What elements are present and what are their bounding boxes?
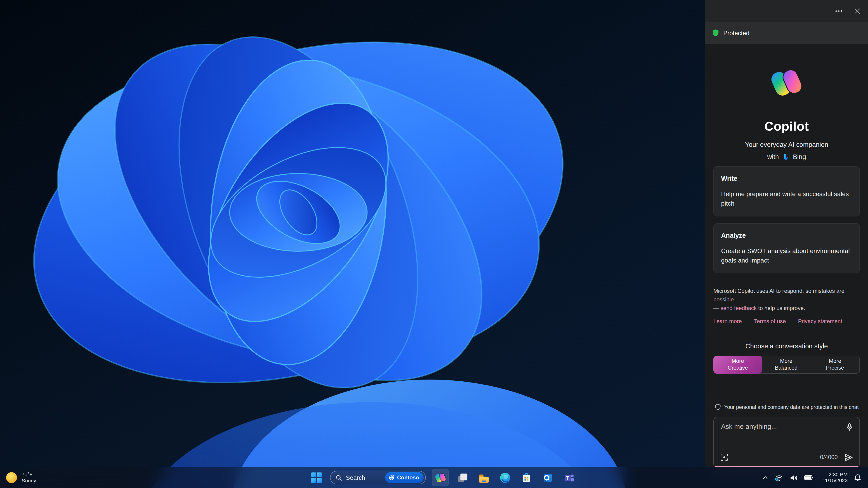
style-more-balanced-button[interactable]: More Balanced	[762, 356, 811, 373]
learn-more-link[interactable]: Learn more	[713, 318, 742, 325]
shield-icon	[712, 29, 719, 37]
taskbar-file-explorer-button[interactable]	[476, 470, 491, 485]
edge-icon	[499, 471, 511, 484]
conversation-style-heading: Choose a conversation style	[745, 343, 828, 350]
copilot-panel-body: Copilot Your everyday AI companion with …	[705, 44, 868, 468]
ai-disclaimer: Microsoft Copilot uses AI to respond, so…	[713, 287, 860, 313]
more-options-button[interactable]	[833, 7, 844, 15]
style-label: Balanced	[775, 365, 798, 372]
with-bing-row: with Bing	[767, 152, 806, 162]
card-title: Write	[721, 175, 852, 182]
file-explorer-icon	[477, 471, 490, 484]
taskbar-outlook-button[interactable]	[540, 470, 555, 485]
character-counter: 0/4000	[820, 454, 838, 461]
weather-widget[interactable]: 71°F Sunny	[5, 471, 36, 484]
windows-desktop: Protected Copilot Your everyday AI compa…	[0, 0, 868, 488]
task-view-icon	[456, 471, 469, 484]
card-body: Create a SWOT analysis about environment…	[721, 246, 852, 265]
start-button[interactable]	[309, 470, 324, 485]
footer-links: Learn more Terms of use Privacy statemen…	[713, 318, 860, 325]
style-more-precise-button[interactable]: More Precise	[811, 356, 860, 373]
style-label: Creative	[727, 365, 748, 372]
microsoft-store-icon	[520, 471, 532, 484]
notification-center-button[interactable]	[854, 474, 862, 482]
privacy-note: Your personal and company data are prote…	[715, 404, 859, 411]
protected-label: Protected	[723, 30, 749, 36]
search-label: Search	[346, 474, 382, 481]
privacy-statement-link[interactable]: Privacy statement	[798, 318, 842, 325]
privacy-note-text: Your personal and company data are prote…	[724, 404, 859, 410]
copilot-panel-header	[705, 0, 868, 22]
send-feedback-link[interactable]: send feedback	[720, 305, 756, 312]
bing-label: Bing	[793, 153, 806, 160]
copilot-subtitle: Your everyday AI companion	[745, 141, 828, 148]
taskbar: 71°F Sunny Search	[0, 467, 868, 488]
style-label: More	[732, 358, 744, 365]
style-more-creative-button[interactable]: More Creative	[713, 356, 762, 374]
outlook-icon	[541, 471, 554, 484]
visual-search-button[interactable]	[720, 453, 729, 462]
with-label: with	[767, 153, 779, 160]
wifi-shield-icon	[775, 473, 784, 482]
copilot-logo	[769, 65, 804, 100]
tray-battery-button[interactable]	[804, 474, 814, 482]
weather-condition: Sunny	[22, 478, 36, 484]
protected-status-bar: Protected	[705, 22, 868, 44]
tray-chevron-button[interactable]	[763, 475, 769, 481]
taskbar-edge-button[interactable]	[497, 470, 513, 485]
card-title: Analyze	[721, 232, 852, 239]
disclaimer-line1: Microsoft Copilot uses AI to respond, so…	[713, 288, 844, 303]
close-icon	[854, 7, 861, 14]
battery-icon	[804, 474, 814, 482]
bing-icon	[782, 153, 790, 161]
taskbar-center: Search Contoso	[309, 467, 577, 488]
conversation-style-toggle: More Creative More Balanced More Precise	[713, 356, 860, 374]
clock[interactable]: 2:30 PM 11/15/2023	[823, 471, 848, 484]
clock-date: 11/15/2023	[823, 478, 848, 484]
suggestion-card-analyze[interactable]: Analyze Create a SWOT analysis about env…	[713, 223, 860, 273]
disclaimer-dash: —	[713, 305, 720, 312]
svg-text:T: T	[566, 475, 569, 481]
chat-input-field[interactable]	[720, 422, 839, 449]
card-body: Help me prepare and write a successful s…	[721, 189, 852, 208]
send-button[interactable]	[844, 453, 854, 462]
sun-icon	[5, 471, 18, 484]
speaker-icon	[789, 473, 798, 482]
send-icon	[844, 453, 854, 462]
chevron-up-icon	[763, 475, 769, 481]
tray-network-button[interactable]	[775, 473, 784, 482]
taskbar-task-view-button[interactable]	[455, 470, 470, 485]
copilot-taskbar-icon	[434, 471, 446, 484]
close-button[interactable]	[852, 6, 862, 16]
chat-input-box: 0/4000	[713, 417, 860, 468]
shield-outline-icon	[715, 404, 721, 411]
copilot-panel: Protected Copilot Your everyday AI compa…	[705, 0, 868, 467]
weather-temperature: 71°F	[22, 471, 36, 478]
mic-button[interactable]	[845, 423, 854, 432]
weather-text: 71°F Sunny	[22, 471, 36, 484]
terms-of-use-link[interactable]: Terms of use	[754, 318, 786, 325]
style-label: More	[829, 358, 841, 365]
disclaimer-suffix: to help us improve.	[756, 305, 805, 312]
copilot-title: Copilot	[764, 119, 809, 134]
contoso-label: Contoso	[397, 475, 419, 481]
suggestion-card-write[interactable]: Write Help me prepare and write a succes…	[713, 166, 860, 217]
teams-icon: T	[563, 471, 575, 484]
mic-icon	[845, 423, 854, 432]
style-label: Precise	[826, 365, 844, 372]
bell-icon	[854, 474, 862, 482]
taskbar-search[interactable]: Search Contoso	[330, 471, 426, 484]
system-tray: 2:30 PM 11/15/2023	[763, 467, 862, 488]
search-icon	[336, 474, 342, 481]
contoso-badge[interactable]: Contoso	[385, 472, 424, 483]
style-label: More	[780, 358, 793, 365]
taskbar-teams-button[interactable]: T	[561, 470, 577, 485]
target-icon	[389, 475, 395, 481]
taskbar-copilot-button[interactable]	[432, 469, 449, 486]
taskbar-microsoft-store-button[interactable]	[519, 470, 534, 485]
clock-time: 2:30 PM	[829, 471, 848, 478]
tray-volume-button[interactable]	[789, 473, 798, 482]
start-icon	[311, 472, 322, 484]
visual-search-icon	[720, 453, 729, 462]
